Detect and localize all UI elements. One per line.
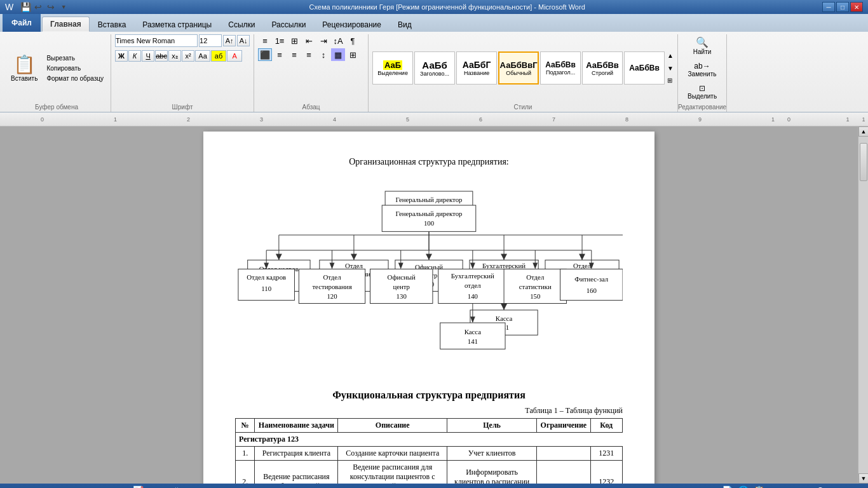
view-print-btn[interactable]: 📄 [722, 485, 733, 488]
tab-review[interactable]: Рецензирование [314, 17, 390, 32]
select-button[interactable]: ⊡ Выделить [682, 82, 722, 102]
svg-text:100: 100 [424, 219, 434, 227]
svg-text:110: 110 [261, 285, 271, 292]
select-label: Выделить [688, 93, 717, 100]
style-normal[interactable]: АаБбВвГ Обычный [498, 51, 539, 85]
svg-text:Офисный: Офисный [388, 273, 416, 281]
styles-label: Стили [369, 104, 677, 111]
superscript-btn[interactable]: x² [182, 50, 194, 62]
section-label: Регистратура 123 [236, 433, 623, 447]
tab-references[interactable]: Ссылки [220, 17, 263, 32]
quick-access-toolbar: 💾 ↩ ↪ ▼ [17, 1, 72, 13]
style-subtitle[interactable]: АаБбВв Подзагол... [540, 51, 581, 85]
justify-btn[interactable]: ≡ [302, 48, 316, 61]
tab-pagelayout[interactable]: Разметка страницы [134, 17, 220, 32]
word-icon: W [5, 2, 13, 12]
strikethrough-btn[interactable]: abc [155, 50, 168, 62]
align-left-btn[interactable]: ⬛ [258, 48, 272, 61]
sort-btn[interactable]: ↕A [331, 34, 345, 47]
color-btn[interactable]: А [227, 50, 242, 62]
tab-home[interactable]: Главная [42, 17, 90, 32]
show-marks-btn[interactable]: ¶ [346, 34, 360, 47]
find-label: Найти [693, 48, 712, 55]
svg-text:140: 140 [468, 292, 478, 300]
row2-goal: Информировать клиентов о расписании рабо… [447, 461, 536, 484]
scroll-down-btn[interactable]: ▼ [858, 473, 868, 484]
italic-btn[interactable]: К [128, 50, 141, 62]
cut-button[interactable]: Вырезать [43, 53, 107, 63]
view-outline-btn[interactable]: 📋 [754, 485, 764, 488]
align-center-btn[interactable]: ≡ [273, 48, 287, 61]
underline-btn[interactable]: Ч [142, 50, 154, 62]
replace-label: Заменить [688, 71, 717, 78]
minimize-btn[interactable]: ─ [822, 2, 835, 12]
highlight-btn[interactable]: аб [211, 50, 226, 62]
undo-qa-btn[interactable]: ↩ [32, 1, 44, 13]
header-num: № [236, 419, 255, 433]
tab-insert[interactable]: Вставка [90, 17, 135, 32]
style-highlight[interactable]: АаБ Выделение [372, 51, 413, 85]
copy-button[interactable]: Копировать [43, 64, 107, 73]
root-label: Генеральный директор [396, 196, 463, 203]
increase-font-btn[interactable]: A↑ [223, 35, 236, 46]
qa-dropdown[interactable]: ▼ [58, 1, 69, 13]
style-strict[interactable]: АаБбВв Строгий [582, 51, 623, 85]
subscript-btn[interactable]: x₂ [168, 50, 181, 62]
tab-mailings[interactable]: Рассылки [263, 17, 314, 32]
scroll-up-btn[interactable]: ▲ [858, 126, 868, 137]
scroll-track[interactable] [858, 137, 868, 473]
font-size-input[interactable] [199, 34, 222, 47]
style-title[interactable]: АаБбГ Название [456, 51, 497, 85]
paste-button[interactable]: 📋 Вставить [6, 52, 42, 84]
maximize-btn[interactable]: □ [836, 2, 849, 12]
scroll-thumb[interactable] [860, 143, 867, 181]
svg-text:Генеральный директор: Генеральный директор [396, 210, 463, 217]
svg-text:130: 130 [397, 292, 407, 300]
line-spacing-btn[interactable]: ↕ [316, 48, 330, 61]
editing-group: 🔍 Найти ab→ Заменить ⊡ Выделить Редактир… [678, 34, 727, 112]
dept2-line1: Отдел [345, 262, 363, 269]
svg-text:141: 141 [468, 337, 478, 345]
header-limit: Ограничение [537, 419, 590, 433]
style-expand[interactable]: ⊞ [667, 77, 674, 84]
clipboard-label: Буфер обмена [3, 104, 111, 111]
multilevel-btn[interactable]: ⊞ [287, 34, 301, 47]
table-header-row: № Наименование задачи Описание Цель Огра… [236, 419, 623, 433]
borders-btn[interactable]: ⊞ [346, 48, 360, 61]
ruler: 0 1 2 3 4 5 6 7 8 9 10 11 12 13 14 15 16… [0, 112, 868, 126]
svg-text:120: 120 [327, 292, 337, 300]
font-name-input[interactable] [115, 34, 198, 47]
document-scroll[interactable]: Организационная структура предприятия: Г… [0, 126, 858, 484]
font-content: A↑ A↓ Ж К Ч abc x₂ x² Аа аб А [115, 34, 250, 111]
style-aabbvv[interactable]: АаБбВв [624, 51, 665, 85]
format-painter-button[interactable]: Формат по образцу [43, 74, 107, 83]
spell-check-icon[interactable]: 📝 [133, 485, 144, 488]
close-btn[interactable]: ✕ [850, 2, 863, 12]
tab-view[interactable]: Вид [390, 17, 420, 32]
vertical-scrollbar[interactable]: ▲ ▼ [858, 126, 868, 484]
numbering-btn[interactable]: 1≡ [273, 34, 287, 47]
view-web-btn[interactable]: 🌐 [738, 485, 749, 488]
style-heading[interactable]: АаБб Заголово... [414, 51, 455, 85]
row2-num: 2. [236, 461, 255, 484]
ribbon: Файл Главная Вставка Разметка страницы С… [0, 14, 868, 112]
shading-btn[interactable]: ▦ [331, 48, 345, 61]
decrease-font-btn[interactable]: A↓ [237, 35, 250, 46]
align-right-btn[interactable]: ≡ [287, 48, 301, 61]
style-scroll-down[interactable]: ▼ [667, 65, 674, 72]
save-qa-btn[interactable]: 💾 [20, 1, 31, 13]
bold-btn[interactable]: Ж [115, 50, 128, 62]
bullets-btn[interactable]: ≡ [258, 34, 272, 47]
style-scroll-up[interactable]: ▲ [667, 52, 674, 59]
dept5-line1: Отдел [573, 262, 592, 269]
case-btn[interactable]: Аа [195, 50, 210, 62]
indent-decrease-btn[interactable]: ⇤ [302, 34, 316, 47]
file-tab[interactable]: Файл [3, 14, 41, 32]
find-button[interactable]: 🔍 Найти [688, 34, 717, 57]
indent-increase-btn[interactable]: ⇥ [316, 34, 330, 47]
row2-name: Ведение расписания работы врачей [255, 461, 338, 484]
redo-qa-btn[interactable]: ↪ [45, 1, 57, 13]
styles-group: АаБ Выделение АаБб Заголово... АаБбГ Наз… [369, 34, 678, 112]
svg-text:Бухгалтерский: Бухгалтерский [451, 272, 494, 280]
replace-button[interactable]: ab→ Заменить [682, 60, 722, 79]
